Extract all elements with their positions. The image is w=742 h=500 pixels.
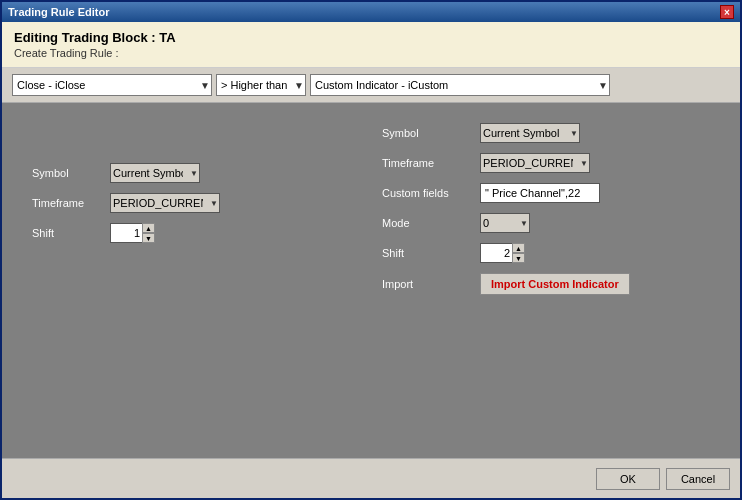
left-timeframe-label: Timeframe <box>32 197 102 209</box>
right-symbol-label: Symbol <box>382 127 472 139</box>
right-shift-spin-buttons: ▲ ▼ <box>512 243 525 263</box>
left-timeframe-select-wrapper: PERIOD_CURRENT <box>110 193 220 213</box>
left-shift-spinner: ▲ ▼ <box>110 223 155 243</box>
left-symbol-label: Symbol <box>32 167 102 179</box>
left-symbol-row: Symbol Current Symbol <box>32 163 220 183</box>
left-condition-select[interactable]: Close - iClose <box>12 74 212 96</box>
create-rule-label: Create Trading Rule : <box>14 47 728 59</box>
right-custom-fields-input[interactable] <box>480 183 600 203</box>
close-button[interactable]: × <box>720 5 734 19</box>
right-timeframe-select-wrapper: PERIOD_CURRENT <box>480 153 590 173</box>
right-shift-label: Shift <box>382 247 472 259</box>
left-select-wrapper: Close - iClose ▼ <box>12 74 212 96</box>
editing-title: Editing Trading Block : TA <box>14 30 728 45</box>
left-timeframe-row: Timeframe PERIOD_CURRENT <box>32 193 220 213</box>
toolbar-row: Close - iClose ▼ > Higher than ▼ Custom … <box>2 68 740 103</box>
left-panel: Symbol Current Symbol Timeframe PERIOD_C… <box>32 163 220 253</box>
right-condition-select[interactable]: Custom Indicator - iCustom <box>310 74 610 96</box>
right-custom-fields-label: Custom fields <box>382 187 472 199</box>
right-mode-row: Mode 0 <box>382 213 630 233</box>
header-section: Editing Trading Block : TA Create Tradin… <box>2 22 740 68</box>
left-shift-label: Shift <box>32 227 102 239</box>
middle-select-wrapper: > Higher than ▼ <box>216 74 306 96</box>
import-custom-indicator-button[interactable]: Import Custom Indicator <box>480 273 630 295</box>
main-content: Symbol Current Symbol Timeframe PERIOD_C… <box>2 103 740 458</box>
left-symbol-select[interactable]: Current Symbol <box>110 163 200 183</box>
right-timeframe-select[interactable]: PERIOD_CURRENT <box>480 153 590 173</box>
left-shift-up-button[interactable]: ▲ <box>142 223 155 233</box>
right-custom-fields-row: Custom fields <box>382 183 630 203</box>
left-shift-spin-buttons: ▲ ▼ <box>142 223 155 243</box>
right-shift-up-button[interactable]: ▲ <box>512 243 525 253</box>
right-import-label: Import <box>382 278 472 290</box>
right-shift-row: Shift ▲ ▼ <box>382 243 630 263</box>
operator-select[interactable]: > Higher than <box>216 74 306 96</box>
right-mode-select[interactable]: 0 <box>480 213 530 233</box>
window-title: Trading Rule Editor <box>8 6 109 18</box>
ok-button[interactable]: OK <box>596 468 660 490</box>
right-symbol-select[interactable]: Current Symbol <box>480 123 580 143</box>
right-timeframe-row: Timeframe PERIOD_CURRENT <box>382 153 630 173</box>
cancel-button[interactable]: Cancel <box>666 468 730 490</box>
title-bar: Trading Rule Editor × <box>2 2 740 22</box>
right-shift-down-button[interactable]: ▼ <box>512 253 525 263</box>
right-mode-label: Mode <box>382 217 472 229</box>
main-window: Trading Rule Editor × Editing Trading Bl… <box>0 0 742 500</box>
right-timeframe-label: Timeframe <box>382 157 472 169</box>
right-select-wrapper: Custom Indicator - iCustom ▼ <box>310 74 610 96</box>
right-symbol-row: Symbol Current Symbol <box>382 123 630 143</box>
left-shift-down-button[interactable]: ▼ <box>142 233 155 243</box>
left-symbol-select-wrapper: Current Symbol <box>110 163 200 183</box>
right-symbol-select-wrapper: Current Symbol <box>480 123 580 143</box>
left-timeframe-select[interactable]: PERIOD_CURRENT <box>110 193 220 213</box>
right-mode-select-wrapper: 0 <box>480 213 530 233</box>
right-import-row: Import Import Custom Indicator <box>382 273 630 295</box>
right-panel: Symbol Current Symbol Timeframe PERIOD_C… <box>382 123 630 305</box>
bottom-bar: OK Cancel <box>2 458 740 498</box>
right-shift-spinner: ▲ ▼ <box>480 243 525 263</box>
left-shift-row: Shift ▲ ▼ <box>32 223 220 243</box>
